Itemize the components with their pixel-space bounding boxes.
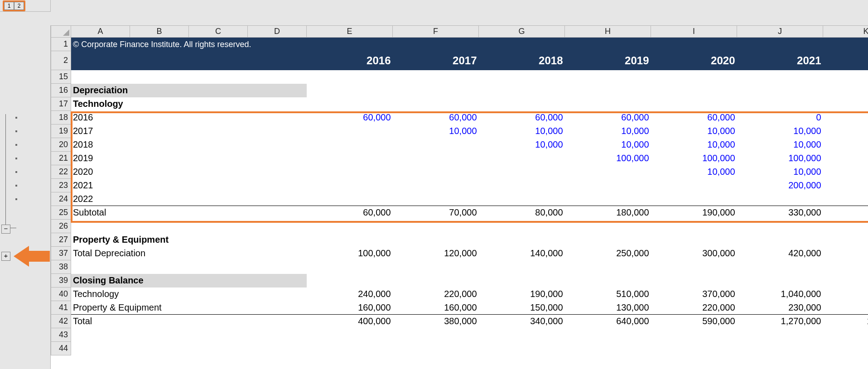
cell[interactable] [479, 179, 565, 192]
cell[interactable] [565, 192, 651, 206]
cell[interactable]: 60,000 [307, 111, 393, 125]
cell[interactable]: 0 [737, 111, 823, 125]
cell[interactable]: 60,000 [479, 111, 565, 125]
cell[interactable]: 190,000 [479, 288, 565, 301]
cell[interactable] [393, 192, 479, 206]
cell[interactable]: 1,040,000 [737, 288, 823, 301]
cell[interactable]: 10,000 [651, 165, 737, 179]
outline-collapse-button[interactable]: − [1, 225, 10, 234]
cell[interactable]: 550,000 [823, 301, 868, 315]
cell[interactable]: 10,000 [737, 125, 823, 138]
cell[interactable]: 140,000 [479, 247, 565, 260]
col-header-F[interactable]: F [393, 26, 479, 38]
row-header-20[interactable]: 20 [51, 138, 71, 152]
row-header-40[interactable]: 40 [51, 288, 71, 301]
row-header-41[interactable]: 41 [51, 301, 71, 315]
cell[interactable]: 640,000 [565, 315, 651, 328]
row-header-24[interactable]: 24 [51, 192, 71, 206]
cell[interactable] [651, 179, 737, 192]
spreadsheet[interactable]: A B C D E F G H I J K 1 © Corporate Fina… [51, 25, 868, 369]
outline-level-2-button[interactable]: 2 [14, 2, 24, 10]
row-header-43[interactable]: 43 [51, 328, 71, 342]
cell[interactable]: 200,000 [737, 179, 823, 192]
cell[interactable]: 160,000 [393, 301, 479, 315]
cell[interactable]: 80,000 [479, 206, 565, 220]
col-header-G[interactable]: G [479, 26, 565, 38]
cell[interactable]: 100,000 [737, 152, 823, 165]
cell[interactable]: 10,000 [823, 138, 868, 152]
cell[interactable]: 60,000 [565, 111, 651, 125]
col-header-H[interactable]: H [565, 26, 651, 38]
cell[interactable]: 10,000 [565, 138, 651, 152]
cell[interactable]: 10,000 [737, 165, 823, 179]
cell[interactable]: 300,000 [651, 247, 737, 260]
cell[interactable]: 520,000 [823, 247, 868, 260]
row-header-19[interactable]: 19 [51, 125, 71, 138]
cell[interactable] [307, 192, 393, 206]
row-header-38[interactable]: 38 [51, 260, 71, 274]
cell[interactable]: 220,000 [393, 288, 479, 301]
row-header-39[interactable]: 39 [51, 274, 71, 288]
cell[interactable]: 1,270,000 [737, 315, 823, 328]
cell[interactable]: 190,000 [651, 206, 737, 220]
cell[interactable]: 20,000 [823, 192, 868, 206]
grid[interactable]: A B C D E F G H I J K 1 © Corporate Fina… [51, 25, 868, 355]
cell[interactable] [479, 165, 565, 179]
outline-level-1-button[interactable]: 1 [4, 2, 14, 10]
cell[interactable]: 420,000 [737, 247, 823, 260]
cell[interactable] [307, 152, 393, 165]
cell[interactable]: 590,000 [651, 315, 737, 328]
row-header-18[interactable]: 18 [51, 111, 71, 125]
col-header-C[interactable]: C [189, 26, 248, 38]
cell[interactable] [307, 179, 393, 192]
cell[interactable]: 100,000 [823, 152, 868, 165]
select-all-button[interactable] [51, 26, 71, 38]
cell[interactable]: 10,000 [479, 138, 565, 152]
cell[interactable]: 130,000 [565, 301, 651, 315]
row-header-1[interactable]: 1 [51, 38, 71, 51]
col-header-I[interactable]: I [651, 26, 737, 38]
col-header-K[interactable]: K [823, 26, 868, 38]
cell[interactable]: 160,000 [307, 301, 393, 315]
row-header-22[interactable]: 22 [51, 165, 71, 179]
cell[interactable]: 100,000 [307, 247, 393, 260]
row-header-2[interactable]: 2 [51, 51, 71, 70]
cell[interactable]: 10,000 [823, 165, 868, 179]
col-header-E[interactable]: E [307, 26, 393, 38]
cell[interactable]: 340,000 [479, 315, 565, 328]
cell[interactable]: 330,000 [737, 206, 823, 220]
cell[interactable]: 150,000 [479, 301, 565, 315]
row-header-37[interactable]: 37 [51, 247, 71, 260]
cell[interactable]: 220,000 [651, 301, 737, 315]
cell[interactable]: 370,000 [651, 288, 737, 301]
row-header-42[interactable]: 42 [51, 315, 71, 328]
cell[interactable]: 10,000 [479, 125, 565, 138]
cell[interactable]: 340,000 [823, 206, 868, 220]
cell[interactable] [393, 165, 479, 179]
row-header-15[interactable]: 15 [51, 70, 71, 84]
cell[interactable]: 380,000 [393, 315, 479, 328]
cell[interactable] [479, 152, 565, 165]
cell[interactable]: 60,000 [651, 111, 737, 125]
cell[interactable]: 60,000 [307, 206, 393, 220]
outline-expand-button[interactable]: + [1, 252, 10, 261]
cell[interactable]: 70,000 [393, 206, 479, 220]
cell[interactable]: 10,000 [565, 125, 651, 138]
cell[interactable]: 100,000 [651, 152, 737, 165]
cell[interactable]: 10,000 [651, 138, 737, 152]
row-header-23[interactable]: 23 [51, 179, 71, 192]
cell[interactable] [307, 138, 393, 152]
cell[interactable]: 60,000 [393, 111, 479, 125]
cell[interactable]: 510,000 [565, 288, 651, 301]
row-header-26[interactable]: 26 [51, 220, 71, 233]
cell[interactable] [393, 152, 479, 165]
cell[interactable]: 800,000 [823, 288, 868, 301]
cell[interactable]: 10,000 [651, 125, 737, 138]
row-header-21[interactable]: 21 [51, 152, 71, 165]
cell[interactable]: 1,350,000 [823, 315, 868, 328]
cell[interactable]: 400,000 [307, 315, 393, 328]
col-header-D[interactable]: D [248, 26, 307, 38]
cell[interactable] [565, 179, 651, 192]
cell[interactable]: 250,000 [565, 247, 651, 260]
col-header-J[interactable]: J [737, 26, 823, 38]
